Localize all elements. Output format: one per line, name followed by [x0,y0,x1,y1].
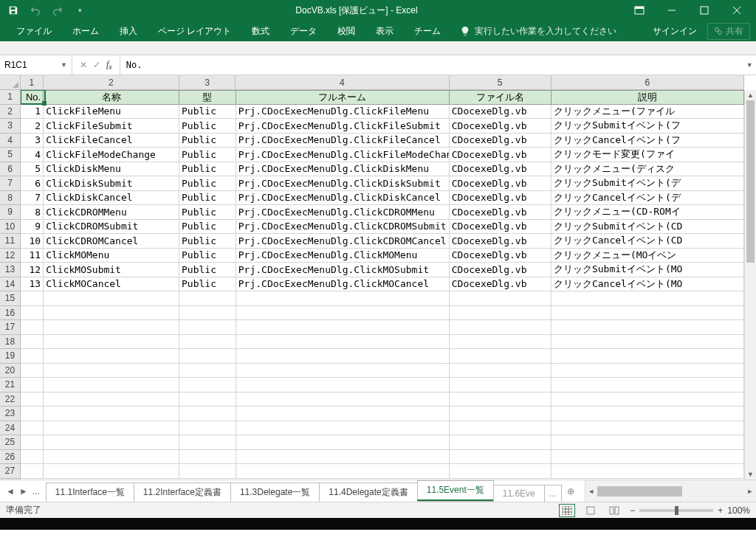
row-header[interactable]: 2 [0,105,20,120]
empty-cell[interactable] [21,349,44,364]
empty-cell[interactable] [236,407,450,421]
empty-cell[interactable] [21,378,44,392]
empty-cell[interactable] [551,407,744,421]
table-cell[interactable]: Public [179,134,236,148]
undo-button[interactable] [25,1,46,19]
empty-cell[interactable] [236,464,450,479]
table-cell[interactable]: CDocexeDlg.vb [450,277,551,292]
qat-customize[interactable]: ▾ [69,1,90,19]
column-header[interactable]: 6 [551,75,744,89]
save-button[interactable] [3,1,24,19]
table-cell[interactable]: CDocexeDlg.vb [450,105,551,120]
table-cell[interactable]: ClickDiskCancel [44,191,179,206]
table-cell[interactable]: 5 [21,162,44,177]
table-cell[interactable]: クリックCancelイベント(デ [551,191,744,206]
empty-cell[interactable] [551,450,744,465]
column-header[interactable]: 4 [236,75,449,89]
hscroll-thumb[interactable] [597,486,683,497]
empty-cell[interactable] [179,320,236,335]
empty-cell[interactable] [236,364,450,378]
tab-pagelayout[interactable]: ページ レイアウト [148,21,241,41]
empty-cell[interactable] [44,364,179,378]
sheet-nav-ellipsis[interactable]: ... [32,486,40,497]
horizontal-scrollbar[interactable]: ◄ ► [585,480,756,502]
empty-cell[interactable] [179,306,236,321]
table-cell[interactable]: Public [179,263,236,277]
table-header-cell[interactable]: 名称 [44,90,179,105]
zoom-knob[interactable] [675,506,678,515]
table-cell[interactable]: ClickCDROMMenu [44,205,179,220]
table-cell[interactable]: クリックメニュー(CD-ROMイ [551,205,744,220]
enter-formula-button[interactable]: ✓ [93,60,100,70]
table-cell[interactable]: クリックメニュー(MOイベン [551,249,744,263]
table-cell[interactable]: ClickFileModeChange [44,148,179,162]
table-cell[interactable]: 7 [21,191,44,206]
row-header[interactable]: 24 [0,421,20,436]
tab-home[interactable]: ホーム [62,21,109,41]
empty-cell[interactable] [21,407,44,421]
row-header[interactable]: 23 [0,407,20,421]
table-cell[interactable]: Public [179,176,236,191]
row-header[interactable]: 18 [0,335,20,350]
empty-cell[interactable] [179,349,236,364]
table-cell[interactable]: Prj.CDocExecMenuDlg.ClickDiskMenu [236,162,450,177]
empty-cell[interactable] [450,435,551,450]
table-cell[interactable]: ClickMOCancel [44,277,179,292]
table-cell[interactable]: 3 [21,134,44,148]
row-header[interactable]: 21 [0,378,20,392]
empty-cell[interactable] [179,291,236,306]
empty-cell[interactable] [551,306,744,321]
table-cell[interactable]: ClickDiskSubmit [44,176,179,191]
table-cell[interactable]: クリックメニュー(ファイル [551,105,744,120]
empty-cell[interactable] [21,464,44,479]
empty-cell[interactable] [551,291,744,306]
row-header[interactable]: 3 [0,119,20,134]
row-header[interactable]: 14 [0,277,20,292]
table-cell[interactable]: Public [179,277,236,292]
empty-cell[interactable] [21,364,44,378]
table-cell[interactable]: 1 [21,105,44,120]
table-cell[interactable]: クリックSubmitイベント(MO [551,263,744,277]
table-cell[interactable]: 10 [21,234,44,249]
row-header[interactable]: 11 [0,234,20,249]
vscroll-thumb[interactable] [746,100,755,263]
empty-cell[interactable] [450,407,551,421]
empty-cell[interactable] [179,435,236,450]
empty-cell[interactable] [551,378,744,392]
table-cell[interactable]: Public [179,162,236,177]
empty-cell[interactable] [179,464,236,479]
table-header-cell[interactable]: 説明 [551,90,744,105]
sheet-tab-more[interactable]: ... [544,485,562,502]
table-cell[interactable]: Public [179,105,236,120]
table-cell[interactable]: 4 [21,148,44,162]
add-sheet-button[interactable]: ⊕ [561,480,580,502]
table-cell[interactable]: CDocexeDlg.vb [450,191,551,206]
table-cell[interactable]: Prj.CDocExecMenuDlg.ClickFileSubmit [236,119,450,134]
empty-cell[interactable] [236,450,450,465]
sheet-tab[interactable]: 11.3Delegate一覧 [230,483,320,502]
empty-cell[interactable] [21,291,44,306]
table-cell[interactable]: CDocexeDlg.vb [450,176,551,191]
table-cell[interactable]: CDocexeDlg.vb [450,134,551,148]
sheet-nav-next[interactable]: ► [19,486,28,497]
close-button[interactable] [721,0,753,21]
empty-cell[interactable] [21,392,44,407]
empty-cell[interactable] [44,291,179,306]
empty-cell[interactable] [236,378,450,392]
row-header[interactable]: 13 [0,263,20,277]
table-cell[interactable]: CDocexeDlg.vb [450,234,551,249]
table-cell[interactable]: CDocexeDlg.vb [450,119,551,134]
table-cell[interactable]: ClickDiskMenu [44,162,179,177]
table-cell[interactable]: ClickFileCancel [44,134,179,148]
empty-cell[interactable] [179,407,236,421]
table-cell[interactable]: ClickCDROMSubmit [44,220,179,235]
table-cell[interactable]: 13 [21,277,44,292]
expand-formula-bar-icon[interactable]: ▼ [748,61,752,69]
column-header[interactable]: 2 [44,75,179,89]
tab-view[interactable]: 表示 [365,21,404,41]
sign-in-link[interactable]: サインイン [653,25,697,38]
column-header[interactable]: 5 [450,75,551,89]
table-cell[interactable]: 9 [21,220,44,235]
empty-cell[interactable] [450,378,551,392]
table-cell[interactable]: Prj.CDocExecMenuDlg.ClickCDROMSubmit [236,220,450,235]
